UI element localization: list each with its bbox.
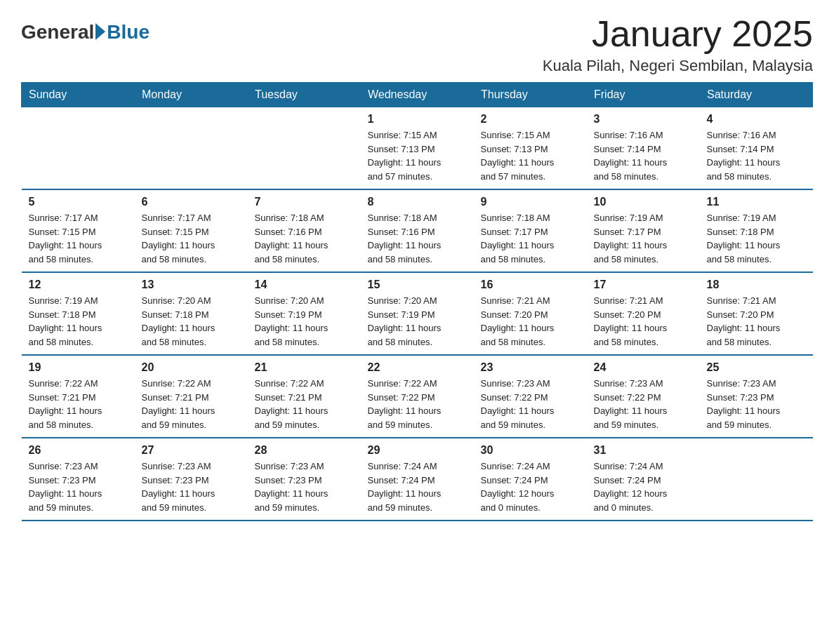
day-info: Sunrise: 7:24 AM Sunset: 7:24 PM Dayligh… — [594, 459, 693, 514]
calendar-day-cell — [22, 107, 135, 190]
calendar-day-cell: 28Sunrise: 7:23 AM Sunset: 7:23 PM Dayli… — [248, 438, 361, 521]
day-number: 15 — [368, 279, 467, 291]
day-info: Sunrise: 7:24 AM Sunset: 7:24 PM Dayligh… — [368, 459, 467, 514]
day-info: Sunrise: 7:23 AM Sunset: 7:23 PM Dayligh… — [707, 377, 806, 431]
logo-arrow-icon — [95, 23, 105, 40]
day-number: 22 — [368, 361, 467, 374]
calendar-day-cell: 5Sunrise: 7:17 AM Sunset: 7:15 PM Daylig… — [22, 189, 135, 272]
calendar-day-cell: 12Sunrise: 7:19 AM Sunset: 7:18 PM Dayli… — [22, 272, 135, 355]
calendar-day-cell: 10Sunrise: 7:19 AM Sunset: 7:17 PM Dayli… — [587, 189, 700, 272]
day-info: Sunrise: 7:20 AM Sunset: 7:19 PM Dayligh… — [255, 294, 354, 349]
day-info: Sunrise: 7:17 AM Sunset: 7:15 PM Dayligh… — [142, 211, 241, 266]
day-number: 30 — [481, 444, 580, 457]
day-info: Sunrise: 7:18 AM Sunset: 7:16 PM Dayligh… — [368, 211, 467, 266]
day-info: Sunrise: 7:15 AM Sunset: 7:13 PM Dayligh… — [481, 128, 580, 183]
weekday-header-sunday: Sunday — [22, 83, 135, 107]
day-info: Sunrise: 7:21 AM Sunset: 7:20 PM Dayligh… — [707, 294, 806, 349]
day-number: 16 — [481, 279, 580, 291]
location-title: Kuala Pilah, Negeri Sembilan, Malaysia — [543, 57, 813, 75]
month-title: January 2025 — [543, 14, 813, 54]
calendar-week-row: 5Sunrise: 7:17 AM Sunset: 7:15 PM Daylig… — [22, 189, 813, 272]
logo-general-text: General — [21, 21, 94, 43]
day-number: 26 — [29, 444, 128, 457]
day-number: 19 — [29, 361, 128, 374]
calendar-day-cell: 3Sunrise: 7:16 AM Sunset: 7:14 PM Daylig… — [587, 107, 700, 190]
day-number: 14 — [255, 279, 354, 291]
day-info: Sunrise: 7:20 AM Sunset: 7:18 PM Dayligh… — [142, 294, 241, 349]
calendar-day-cell: 20Sunrise: 7:22 AM Sunset: 7:21 PM Dayli… — [135, 355, 248, 438]
day-number: 7 — [255, 196, 354, 208]
title-section: January 2025 Kuala Pilah, Negeri Sembila… — [543, 14, 813, 75]
calendar-day-cell: 23Sunrise: 7:23 AM Sunset: 7:22 PM Dayli… — [474, 355, 587, 438]
calendar-week-row: 1Sunrise: 7:15 AM Sunset: 7:13 PM Daylig… — [22, 107, 813, 190]
day-number: 10 — [594, 196, 693, 208]
day-info: Sunrise: 7:20 AM Sunset: 7:19 PM Dayligh… — [368, 294, 467, 349]
calendar-week-row: 19Sunrise: 7:22 AM Sunset: 7:21 PM Dayli… — [22, 355, 813, 438]
calendar-day-cell: 24Sunrise: 7:23 AM Sunset: 7:22 PM Dayli… — [587, 355, 700, 438]
day-number: 1 — [368, 113, 467, 126]
day-info: Sunrise: 7:18 AM Sunset: 7:17 PM Dayligh… — [481, 211, 580, 266]
calendar-header-row: SundayMondayTuesdayWednesdayThursdayFrid… — [22, 83, 813, 107]
calendar-day-cell: 2Sunrise: 7:15 AM Sunset: 7:13 PM Daylig… — [474, 107, 587, 190]
day-info: Sunrise: 7:16 AM Sunset: 7:14 PM Dayligh… — [594, 128, 693, 183]
day-info: Sunrise: 7:22 AM Sunset: 7:21 PM Dayligh… — [29, 377, 128, 431]
calendar-day-cell: 19Sunrise: 7:22 AM Sunset: 7:21 PM Dayli… — [22, 355, 135, 438]
calendar-day-cell: 11Sunrise: 7:19 AM Sunset: 7:18 PM Dayli… — [700, 189, 813, 272]
calendar-day-cell: 16Sunrise: 7:21 AM Sunset: 7:20 PM Dayli… — [474, 272, 587, 355]
day-info: Sunrise: 7:23 AM Sunset: 7:22 PM Dayligh… — [594, 377, 693, 431]
day-info: Sunrise: 7:19 AM Sunset: 7:18 PM Dayligh… — [29, 294, 128, 349]
calendar-day-cell: 1Sunrise: 7:15 AM Sunset: 7:13 PM Daylig… — [361, 107, 474, 190]
logo: General Blue — [21, 21, 150, 43]
day-info: Sunrise: 7:23 AM Sunset: 7:22 PM Dayligh… — [481, 377, 580, 431]
calendar-day-cell: 4Sunrise: 7:16 AM Sunset: 7:14 PM Daylig… — [700, 107, 813, 190]
calendar-day-cell — [248, 107, 361, 190]
calendar-day-cell: 30Sunrise: 7:24 AM Sunset: 7:24 PM Dayli… — [474, 438, 587, 521]
day-info: Sunrise: 7:19 AM Sunset: 7:17 PM Dayligh… — [594, 211, 693, 266]
calendar-day-cell: 6Sunrise: 7:17 AM Sunset: 7:15 PM Daylig… — [135, 189, 248, 272]
weekday-header-tuesday: Tuesday — [248, 83, 361, 107]
day-number: 12 — [29, 279, 128, 291]
weekday-header-saturday: Saturday — [700, 83, 813, 107]
day-number: 31 — [594, 444, 693, 457]
weekday-header-monday: Monday — [135, 83, 248, 107]
day-info: Sunrise: 7:22 AM Sunset: 7:21 PM Dayligh… — [255, 377, 354, 431]
day-number: 25 — [707, 361, 806, 374]
day-info: Sunrise: 7:17 AM Sunset: 7:15 PM Dayligh… — [29, 211, 128, 266]
calendar-day-cell: 8Sunrise: 7:18 AM Sunset: 7:16 PM Daylig… — [361, 189, 474, 272]
day-info: Sunrise: 7:23 AM Sunset: 7:23 PM Dayligh… — [29, 459, 128, 514]
day-number: 20 — [142, 361, 241, 374]
day-info: Sunrise: 7:22 AM Sunset: 7:22 PM Dayligh… — [368, 377, 467, 431]
calendar-day-cell: 17Sunrise: 7:21 AM Sunset: 7:20 PM Dayli… — [587, 272, 700, 355]
day-info: Sunrise: 7:21 AM Sunset: 7:20 PM Dayligh… — [481, 294, 580, 349]
day-number: 23 — [481, 361, 580, 374]
day-number: 11 — [707, 196, 806, 208]
day-number: 8 — [368, 196, 467, 208]
day-info: Sunrise: 7:22 AM Sunset: 7:21 PM Dayligh… — [142, 377, 241, 431]
calendar-day-cell: 13Sunrise: 7:20 AM Sunset: 7:18 PM Dayli… — [135, 272, 248, 355]
calendar-day-cell: 31Sunrise: 7:24 AM Sunset: 7:24 PM Dayli… — [587, 438, 700, 521]
calendar-day-cell: 9Sunrise: 7:18 AM Sunset: 7:17 PM Daylig… — [474, 189, 587, 272]
day-number: 2 — [481, 113, 580, 126]
calendar-day-cell: 21Sunrise: 7:22 AM Sunset: 7:21 PM Dayli… — [248, 355, 361, 438]
day-info: Sunrise: 7:15 AM Sunset: 7:13 PM Dayligh… — [368, 128, 467, 183]
day-info: Sunrise: 7:23 AM Sunset: 7:23 PM Dayligh… — [142, 459, 241, 514]
day-info: Sunrise: 7:19 AM Sunset: 7:18 PM Dayligh… — [707, 211, 806, 266]
calendar-day-cell: 14Sunrise: 7:20 AM Sunset: 7:19 PM Dayli… — [248, 272, 361, 355]
calendar-day-cell: 15Sunrise: 7:20 AM Sunset: 7:19 PM Dayli… — [361, 272, 474, 355]
day-number: 27 — [142, 444, 241, 457]
calendar-day-cell: 7Sunrise: 7:18 AM Sunset: 7:16 PM Daylig… — [248, 189, 361, 272]
day-info: Sunrise: 7:23 AM Sunset: 7:23 PM Dayligh… — [255, 459, 354, 514]
day-info: Sunrise: 7:24 AM Sunset: 7:24 PM Dayligh… — [481, 459, 580, 514]
calendar-day-cell: 27Sunrise: 7:23 AM Sunset: 7:23 PM Dayli… — [135, 438, 248, 521]
day-number: 24 — [594, 361, 693, 374]
day-number: 21 — [255, 361, 354, 374]
day-number: 18 — [707, 279, 806, 291]
day-number: 3 — [594, 113, 693, 126]
calendar-day-cell — [135, 107, 248, 190]
day-number: 4 — [707, 113, 806, 126]
day-number: 13 — [142, 279, 241, 291]
calendar-week-row: 12Sunrise: 7:19 AM Sunset: 7:18 PM Dayli… — [22, 272, 813, 355]
day-number: 9 — [481, 196, 580, 208]
calendar-day-cell: 18Sunrise: 7:21 AM Sunset: 7:20 PM Dayli… — [700, 272, 813, 355]
calendar-day-cell: 26Sunrise: 7:23 AM Sunset: 7:23 PM Dayli… — [22, 438, 135, 521]
